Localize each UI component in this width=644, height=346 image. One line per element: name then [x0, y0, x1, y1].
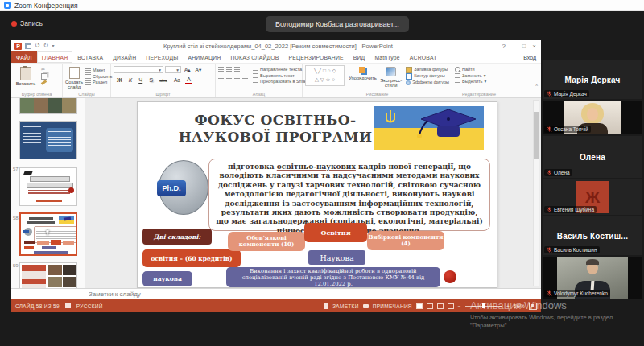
font-name-select[interactable]: ▾ — [114, 66, 163, 73]
thumbnail-bar — [24, 246, 34, 249]
zoom-out-button[interactable]: − — [458, 303, 461, 309]
reading-view-button[interactable] — [437, 303, 444, 309]
powerpoint-window: P ↺ ↻ ▾ Круглий стіл зі стейкхолдерами_0… — [11, 40, 541, 312]
help-button[interactable]: ? — [502, 43, 506, 50]
tab-home[interactable]: ГЛАВНАЯ — [37, 51, 73, 63]
align-right-icon[interactable] — [234, 76, 240, 80]
tab-slideshow[interactable]: ПОКАЗ СЛАЙДОВ — [225, 51, 283, 63]
shrink-font-button[interactable]: А▾ — [194, 66, 204, 74]
bullets-icon[interactable] — [218, 67, 224, 72]
flag-graduation-image[interactable] — [374, 106, 484, 150]
recording-indicator[interactable]: Запись — [11, 19, 43, 27]
vertical-scrollbar[interactable] — [533, 100, 539, 286]
shapes-gallery[interactable]: ╲ ╱ □ ○ ◇ △ ▽ ☆ ○ — [305, 65, 345, 86]
bold-button[interactable]: Ж — [115, 76, 124, 84]
slide-thumbnail-57[interactable] — [19, 167, 77, 206]
normal-view-button[interactable] — [416, 303, 423, 309]
qualification-note-box[interactable]: Виконання і захист кваліфікаційної робот… — [226, 267, 440, 287]
sign-in-link[interactable]: Вход — [523, 51, 541, 63]
thumbnail-cap-icon — [23, 171, 33, 175]
tab-design[interactable]: ДИЗАЙН — [108, 51, 141, 63]
find-button[interactable]: Найти — [455, 67, 503, 73]
tab-view[interactable]: ВИД — [349, 51, 370, 63]
tab-review[interactable]: РЕЦЕНЗИРОВАНИЕ — [284, 51, 349, 63]
tab-animations[interactable]: АНИМАЦИЯ — [183, 51, 225, 63]
undo-button[interactable]: ↺ — [35, 43, 40, 49]
participant-tile-maria[interactable]: Марія Деркач Марія Деркач — [543, 60, 642, 99]
tab-insert[interactable]: ВСТАВКА — [72, 51, 108, 63]
notes-toggle[interactable]: ЗАМЕТКИ — [332, 303, 359, 309]
underline-button[interactable]: Ч — [137, 76, 144, 84]
slide-thumbnail-58-current[interactable] — [19, 212, 77, 256]
copy-icon[interactable] — [41, 73, 47, 80]
slide-title[interactable]: ФОКУС ОСВІТНЬО- НАУКОВОЇ ПРОГРАМИ — [159, 112, 392, 146]
tab-transitions[interactable]: ПЕРЕХОДЫ — [141, 51, 183, 63]
format-painter-icon[interactable] — [41, 80, 47, 84]
layout-button[interactable]: Макет — [85, 68, 112, 74]
program-description-textbox[interactable]: підготовка освітньо-наукових кадрів ново… — [208, 159, 490, 231]
cut-icon[interactable]: ✂ — [41, 67, 47, 72]
indent-icon[interactable] — [234, 67, 240, 72]
font-size-select[interactable]: ▾ — [165, 66, 181, 73]
comments-toggle[interactable]: ПРИМЕЧАНИЯ — [373, 303, 412, 309]
educational-credits-box[interactable]: освітня – (60 кредитів) — [142, 249, 241, 267]
replace-button[interactable]: Заменить▾ — [455, 73, 503, 80]
participant-tile-olena[interactable]: Олена Олена — [543, 136, 642, 178]
quick-styles-button[interactable]: Экспресс-стили — [380, 65, 402, 88]
select-button[interactable]: Выделить▾ — [455, 79, 503, 85]
reset-button[interactable]: Сбросить — [85, 74, 112, 80]
elective-components-box[interactable]: Вибіркові компоненти (4) — [367, 231, 444, 250]
align-left-icon[interactable] — [218, 76, 224, 80]
collapse-ribbon-button[interactable]: ^ — [535, 84, 538, 89]
slide-thumbnail-55[interactable] — [19, 98, 77, 114]
save-button[interactable] — [25, 43, 31, 49]
justify-icon[interactable] — [242, 76, 248, 80]
mandatory-components-box[interactable]: Обов'язкові компоненти (10) — [228, 232, 305, 251]
shape-outline-button[interactable]: Контур фигуры — [406, 73, 449, 80]
section-button[interactable]: Раздел — [85, 80, 112, 86]
scrollbar-thumb[interactable] — [534, 112, 539, 159]
close-button[interactable]: × — [532, 43, 536, 50]
avatar-hair — [586, 259, 599, 265]
slide-thumbnail-56[interactable] — [19, 121, 77, 159]
restore-button[interactable]: □ — [522, 43, 526, 50]
tab-file[interactable]: ФАЙЛ — [11, 51, 37, 63]
change-case-button[interactable]: Аа — [172, 76, 182, 84]
align-center-icon[interactable] — [226, 76, 232, 80]
language-indicator[interactable]: РУССКИЙ — [76, 303, 103, 309]
phd-emblem[interactable]: Ph.D. — [159, 160, 208, 215]
shape-effects-button[interactable]: Эффекты фигуры — [406, 80, 449, 86]
scientific-box[interactable]: наукова — [142, 271, 192, 286]
thumbnail-flag-yellow — [59, 220, 74, 224]
two-components-box[interactable]: Дві складові: — [142, 229, 212, 245]
shape-fill-button[interactable]: Заливка фигуры — [406, 67, 449, 73]
participant-tile-volodymyr[interactable]: Volodymyr Kucherenko — [543, 257, 642, 299]
grow-font-button[interactable]: А▴ — [183, 66, 192, 74]
slide-thumbnail-59[interactable] — [19, 262, 77, 288]
slideshow-view-button[interactable] — [448, 303, 454, 309]
scientific2-box[interactable]: Наукова — [308, 250, 365, 265]
tab-mathtype[interactable]: MathType — [369, 51, 404, 63]
minimize-button[interactable]: – — [512, 43, 515, 50]
mic-muted-icon — [547, 247, 552, 253]
slide-title-line2: НАУКОВОЇ ПРОГРАМИ — [159, 129, 392, 146]
participant-tile-evgenia[interactable]: Ж Евгения Шубина — [543, 179, 642, 215]
participant-tile-vasyl[interactable]: Василь Костиш... Василь Костишин — [543, 216, 642, 255]
tab-acrobat[interactable]: ACROBAT — [405, 51, 442, 63]
participant-tile-oksana[interactable]: Оксана Топчій — [543, 101, 642, 134]
numbering-icon[interactable] — [226, 67, 232, 72]
text-shadow-button[interactable]: S — [147, 76, 155, 84]
educational-box[interactable]: Освітня — [304, 223, 367, 242]
notes-pane[interactable]: Заметки к слайду — [11, 288, 541, 299]
font-color-button[interactable]: А — [185, 76, 192, 84]
slide-indicator[interactable]: СЛАЙД 58 ИЗ 59 — [15, 303, 60, 309]
paste-button[interactable]: Вставить — [14, 65, 38, 86]
redo-button[interactable]: ↻ — [43, 43, 49, 49]
replace-icon — [455, 73, 460, 78]
italic-button[interactable]: К — [127, 76, 134, 84]
slide-canvas[interactable]: ФОКУС ОСВІТНЬО- НАУКОВОЇ ПРОГРАМИ Ph.D. — [137, 101, 497, 288]
slide-sorter-view-button[interactable] — [427, 303, 433, 309]
strikethrough-button[interactable]: abc — [158, 76, 169, 84]
new-slide-button[interactable]: Создать слайд — [65, 65, 83, 89]
arrange-button[interactable]: Упорядочить — [349, 65, 376, 80]
